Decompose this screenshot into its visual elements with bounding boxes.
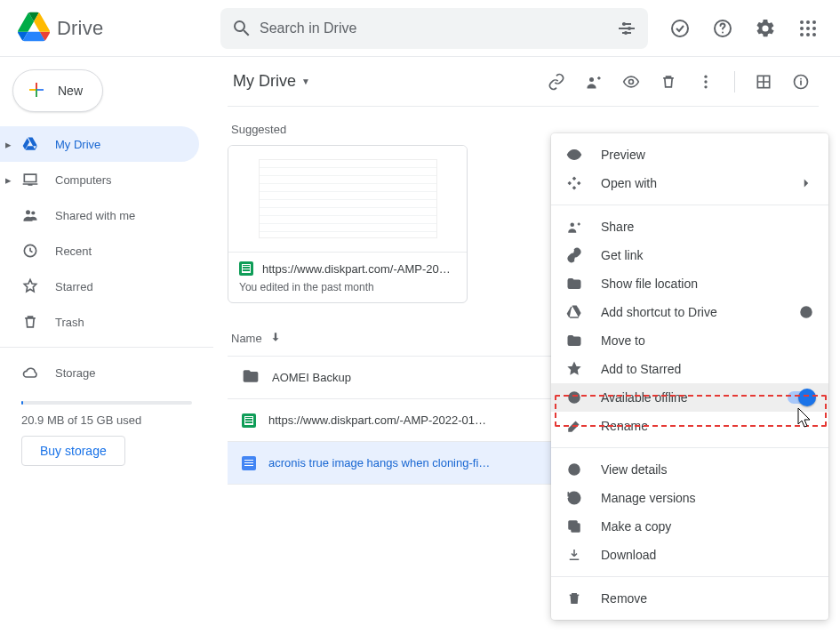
search-bar[interactable] <box>220 8 648 49</box>
more-options-button[interactable] <box>688 64 724 100</box>
menu-item-show-file-location[interactable]: Show file location <box>551 269 828 298</box>
svg-point-19 <box>629 79 634 84</box>
menu-item-move-to[interactable]: Move to <box>551 326 828 355</box>
menu-item-add-shortcut[interactable]: Add shortcut to Drive <box>551 298 828 326</box>
suggested-card-title: https://www.diskpart.com/-AMP-20… <box>262 262 451 276</box>
trash-icon <box>21 313 39 331</box>
trash-button[interactable] <box>651 64 686 100</box>
menu-item-get-link[interactable]: Get link <box>551 241 828 269</box>
sidebar-item-my-drive[interactable]: ▸ My Drive <box>0 126 199 162</box>
search-input[interactable] <box>252 20 616 36</box>
svg-point-27 <box>571 223 575 228</box>
svg-point-14 <box>812 33 816 36</box>
menu-item-label: Add to Starred <box>601 362 681 376</box>
sort-arrow-down-icon <box>269 331 282 346</box>
app-logo[interactable]: Drive <box>7 11 220 46</box>
svg-point-20 <box>704 75 707 77</box>
menu-item-label: Add shortcut to Drive <box>601 305 717 319</box>
svg-point-3 <box>672 20 688 36</box>
menu-item-remove[interactable]: Remove <box>551 584 828 613</box>
share-button[interactable] <box>576 64 612 100</box>
settings-icon[interactable] <box>748 11 783 46</box>
suggested-card[interactable]: https://www.diskpart.com/-AMP-20… You ed… <box>228 145 468 303</box>
location-dropdown[interactable]: My Drive ▼ <box>228 68 316 94</box>
svg-point-16 <box>31 211 35 214</box>
folder-outline-icon <box>565 276 583 292</box>
offline-check-icon <box>565 389 583 405</box>
content-toolbar: My Drive ▼ <box>228 57 819 107</box>
sidebar-item-starred[interactable]: Starred <box>0 269 199 304</box>
new-button-label: New <box>58 84 83 98</box>
apps-grid-icon[interactable] <box>790 11 826 46</box>
menu-item-open-with[interactable]: Open with <box>551 169 828 197</box>
link-icon <box>565 247 583 263</box>
sheets-file-icon <box>242 413 256 428</box>
sidebar-item-label: Recent <box>55 245 92 258</box>
menu-item-manage-versions[interactable]: Manage versions <box>551 484 828 512</box>
sidebar-item-storage[interactable]: Storage <box>0 355 199 390</box>
menu-item-label: Manage versions <box>601 491 696 505</box>
menu-item-make-a-copy[interactable]: Make a copy <box>551 512 828 541</box>
caret-down-icon: ▼ <box>301 76 310 86</box>
menu-item-share[interactable]: Share <box>551 213 828 241</box>
caret-right-icon[interactable]: ▸ <box>5 173 12 187</box>
svg-point-9 <box>800 27 804 30</box>
menu-item-label: Download <box>601 548 656 562</box>
sidebar-item-label: Trash <box>55 316 84 329</box>
storage-used-text: 20.9 MB of 15 GB used <box>21 413 192 427</box>
offline-toggle[interactable] <box>788 391 814 404</box>
menu-item-label: Open with <box>601 176 657 190</box>
folder-icon <box>242 367 260 388</box>
layout-toggle-button[interactable] <box>746 64 781 100</box>
svg-point-11 <box>812 27 816 30</box>
search-icon[interactable] <box>231 18 252 39</box>
plus-icon <box>26 79 47 103</box>
menu-item-add-to-starred[interactable]: Add to Starred <box>551 355 828 383</box>
sidebar-item-computers[interactable]: ▸ Computers <box>0 162 199 197</box>
menu-item-download[interactable]: Download <box>551 541 828 569</box>
rename-icon <box>565 418 583 434</box>
star-icon <box>21 277 39 295</box>
open-with-icon <box>565 175 583 191</box>
menu-item-label: Available offline <box>601 390 688 405</box>
header-actions <box>662 11 833 46</box>
recent-icon <box>21 242 39 260</box>
svg-point-15 <box>26 210 30 214</box>
caret-right-icon[interactable]: ▸ <box>5 138 12 151</box>
menu-item-available-offline[interactable]: Available offline <box>551 383 828 412</box>
sidebar-item-recent[interactable]: Recent <box>0 233 199 269</box>
sidebar-item-label: My Drive <box>55 138 100 151</box>
svg-point-18 <box>589 77 594 82</box>
svg-point-22 <box>704 85 707 88</box>
svg-point-25 <box>800 77 802 79</box>
file-name: acronis true image hangs when cloning-fi… <box>268 456 490 469</box>
file-name: https://www.diskpart.com/-AMP-2022-01… <box>268 413 486 427</box>
svg-point-10 <box>806 27 810 30</box>
offline-ready-icon[interactable] <box>662 11 698 46</box>
sheets-file-icon <box>239 261 253 276</box>
svg-point-13 <box>806 33 810 36</box>
menu-item-view-details[interactable]: View details <box>551 455 828 484</box>
sidebar-item-shared[interactable]: Shared with me <box>0 197 199 233</box>
sidebar: New ▸ My Drive ▸ Computers Shared with m… <box>0 57 213 634</box>
sidebar-item-trash[interactable]: Trash <box>0 304 199 340</box>
drive-logo-icon <box>18 11 50 46</box>
suggested-preview-thumbnail <box>228 146 467 253</box>
help-icon[interactable] <box>705 11 740 46</box>
help-small-icon[interactable] <box>798 304 814 320</box>
buy-storage-button[interactable]: Buy storage <box>21 436 125 466</box>
menu-item-label: Make a copy <box>601 519 671 534</box>
svg-point-8 <box>812 20 816 24</box>
app-name: Drive <box>57 17 103 40</box>
details-info-button[interactable] <box>783 64 819 100</box>
new-button[interactable]: New <box>12 69 103 112</box>
sidebar-item-label: Computers <box>55 173 112 187</box>
preview-button[interactable] <box>613 64 649 100</box>
menu-item-rename[interactable]: Rename <box>551 412 828 440</box>
svg-point-32 <box>573 466 575 468</box>
get-link-button[interactable] <box>539 64 574 100</box>
search-options-icon[interactable] <box>616 18 637 39</box>
menu-item-preview[interactable]: Preview <box>551 140 828 169</box>
computers-icon <box>21 171 39 189</box>
download-icon <box>565 547 583 563</box>
